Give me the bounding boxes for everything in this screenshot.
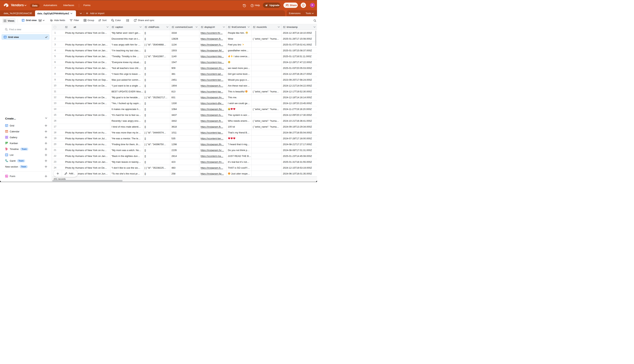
svg-text:31: 31 <box>6 131 7 132</box>
